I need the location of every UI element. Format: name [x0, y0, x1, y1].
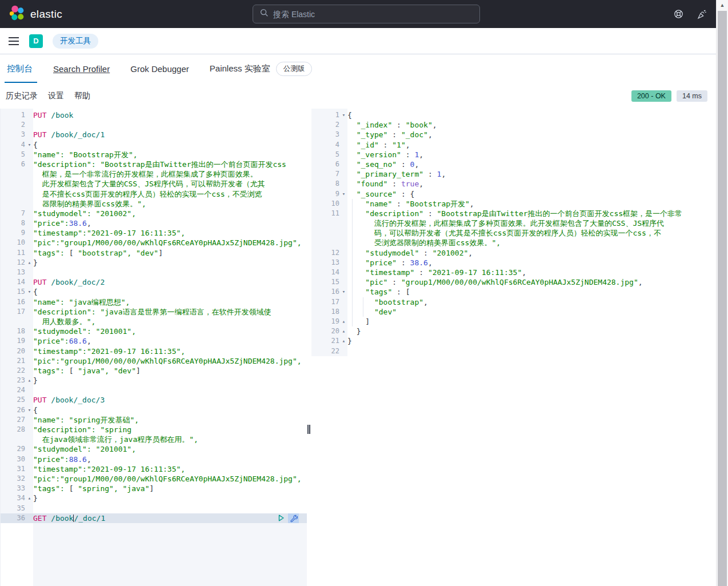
code-row[interactable]: 31"timestamp":"2021-09-17 16:11:35", — [1, 464, 307, 474]
code-row[interactable]: 21"pic":"group1/M00/00/00/wKhlQFs6RCeAY0… — [1, 356, 307, 366]
code-row[interactable]: 6"description": "Bootstrap是由Twitter推出的一个… — [1, 160, 307, 169]
code-line[interactable]: 在java领域非常流行，java程序员都在用。", — [33, 434, 307, 444]
code-row[interactable]: 8"price":38.6, — [1, 218, 307, 228]
code-line[interactable]: "timestamp":"2021-09-17 16:11:35", — [33, 464, 307, 474]
code-line[interactable]: } — [33, 376, 307, 385]
tab-painless-lab[interactable]: Painless 实验室 — [209, 54, 271, 83]
code-row[interactable]: 7"studymodel": "201002", — [1, 209, 307, 218]
code-row[interactable]: 5"name": "Bootstrap开发", — [1, 150, 307, 160]
elastic-logo[interactable]: elastic — [9, 5, 62, 23]
code-row[interactable]: 33"tags": [ "spring", "java"] — [1, 484, 307, 493]
code-line[interactable]: PUT /book/_doc/1 — [33, 130, 307, 139]
code-row[interactable]: 25PUT /book/_doc/3 — [1, 395, 307, 405]
code-row[interactable]: 26▾{ — [1, 405, 307, 415]
response-viewer[interactable]: 1▾{2 "_index" : "book",3 "_type" : "_doc… — [311, 109, 728, 586]
breadcrumb[interactable]: 开发工具 — [53, 34, 98, 49]
fold-toggle-icon[interactable]: ▴ — [26, 376, 33, 385]
code-line[interactable]: "description": "java语言是世界第一编程语言，在软件开发领域使 — [33, 307, 307, 317]
code-line[interactable]: GET /book/_doc/1 — [33, 513, 307, 523]
code-line[interactable]: 用人数最多。", — [33, 317, 307, 326]
page-scrollbar[interactable]: ▲ — [716, 0, 728, 586]
code-line[interactable]: 器限制的精美界面css效果。", — [33, 199, 307, 209]
code-row[interactable]: 此开发框架包含了大量的CSS、JS程序代码，可以帮助开发者（尤其 — [1, 179, 307, 189]
fold-toggle-icon[interactable]: ▴ — [26, 258, 33, 268]
tab-grok-debugger[interactable]: Grok Debugger — [129, 54, 190, 83]
code-line[interactable]: { — [33, 140, 307, 150]
help-button[interactable]: 帮助 — [74, 91, 90, 101]
fold-toggle-icon[interactable]: ▾ — [26, 405, 33, 415]
code-line[interactable]: "name": "spring开发基础", — [33, 415, 307, 425]
code-line[interactable]: 此开发框架包含了大量的CSS、JS程序代码，可以帮助开发者（尤其 — [33, 179, 307, 189]
code-row[interactable]: 用人数最多。", — [1, 317, 307, 326]
code-line[interactable]: "studymodel": "201001", — [33, 326, 307, 336]
code-line[interactable]: "tags": [ "spring", "java"] — [33, 484, 307, 493]
menu-icon[interactable] — [8, 37, 19, 46]
code-line[interactable]: } — [33, 258, 307, 268]
code-row[interactable]: 30"price":88.6, — [1, 455, 307, 464]
code-row[interactable]: 27"name": "spring开发基础", — [1, 415, 307, 425]
request-editor[interactable]: 1PUT /book23PUT /book/_doc/14▾{5"name": … — [0, 109, 307, 586]
code-line[interactable]: "pic":"group1/M00/00/00/wKhlQFs6RCeAY0pH… — [33, 474, 307, 484]
code-line[interactable]: "name": "Bootstrap开发", — [33, 150, 307, 160]
settings-button[interactable]: 设置 — [48, 91, 64, 101]
code-row[interactable]: 17"description": "java语言是世界第一编程语言，在软件开发领… — [1, 307, 307, 317]
code-row[interactable]: 20"timestamp":"2021-09-17 16:11:35", — [1, 346, 307, 356]
code-line[interactable] — [33, 385, 307, 395]
code-row[interactable]: 28"description": "spring — [1, 425, 307, 434]
code-row[interactable]: 1PUT /book — [1, 110, 307, 120]
fold-toggle-icon[interactable]: ▾ — [26, 287, 33, 297]
code-row[interactable]: 10"pic":"group1/M00/00/00/wKhlQFs6RCeAY0… — [1, 238, 307, 248]
code-row[interactable]: 19"price":68.6, — [1, 336, 307, 346]
code-row[interactable]: 12▴} — [1, 258, 307, 268]
code-row[interactable]: 34▴} — [1, 493, 307, 503]
code-row[interactable]: 11"tags": [ "bootstrap", "dev"] — [1, 248, 307, 258]
code-line[interactable]: "price":88.6, — [33, 455, 307, 464]
history-button[interactable]: 历史记录 — [6, 91, 38, 101]
code-line[interactable]: "pic":"group1/M00/00/00/wKhlQFs6RCeAY0pH… — [33, 238, 307, 248]
code-line[interactable]: "description": "spring — [33, 425, 307, 434]
code-line[interactable]: "name": "java编程思想", — [33, 297, 307, 307]
news-icon[interactable] — [697, 9, 707, 19]
code-row[interactable]: 13 — [1, 268, 307, 277]
code-line[interactable]: } — [33, 493, 307, 503]
scrollbar-thumb[interactable] — [718, 11, 727, 586]
code-line[interactable]: "tags": [ "bootstrap", "dev"] — [33, 248, 307, 258]
panel-resizer[interactable] — [307, 109, 311, 586]
space-avatar[interactable]: D — [29, 34, 43, 48]
fold-toggle-icon[interactable]: ▴ — [340, 326, 347, 336]
code-row[interactable]: 3PUT /book/_doc/1 — [1, 130, 307, 139]
code-row[interactable]: 35 — [1, 504, 307, 513]
wrench-button[interactable] — [288, 513, 299, 523]
code-row[interactable]: 框架，是一个非常流行的开发框架，此框架集成了多种页面效果。 — [1, 169, 307, 179]
code-row[interactable]: 4▾{ — [1, 140, 307, 150]
fold-toggle-icon[interactable]: ▴ — [340, 317, 347, 326]
help-icon[interactable] — [674, 9, 683, 19]
fold-toggle-icon[interactable]: ▴ — [26, 493, 33, 503]
code-line[interactable]: PUT /book/_doc/3 — [33, 395, 307, 405]
send-request-button[interactable] — [277, 514, 285, 522]
fold-toggle-icon[interactable]: ▾ — [340, 189, 347, 199]
code-row[interactable]: 18"studymodel": "201001", — [1, 326, 307, 336]
code-line[interactable]: "description": "Bootstrap是由Twitter推出的一个前… — [33, 160, 307, 169]
code-row[interactable]: 9"timestamp":"2021-09-17 16:11:35", — [1, 228, 307, 238]
code-row[interactable]: 14PUT /book/_doc/2 — [1, 277, 307, 287]
code-line[interactable]: "studymodel": "201002", — [33, 209, 307, 218]
fold-toggle-icon[interactable]: ▾ — [26, 140, 33, 150]
code-row[interactable]: 在java领域非常流行，java程序员都在用。", — [1, 434, 307, 444]
code-row[interactable]: 24 — [1, 385, 307, 395]
code-line[interactable]: "studymodel": "201001", — [33, 444, 307, 454]
code-line[interactable]: "tags": [ "java", "dev"] — [33, 366, 307, 376]
code-line[interactable]: "price":38.6, — [33, 218, 307, 228]
fold-toggle-icon[interactable]: ▾ — [340, 287, 347, 297]
code-row[interactable]: 是不擅长css页面开发的程序人员）轻松的实现一个css，不受浏览 — [1, 189, 307, 199]
tab-search-profiler[interactable]: Search Profiler — [52, 54, 111, 83]
code-row[interactable]: 36GET /book/_doc/1 — [1, 513, 307, 523]
code-line[interactable]: 是不擅长css页面开发的程序人员）轻松的实现一个css，不受浏览 — [33, 189, 307, 199]
code-line[interactable]: { — [33, 287, 307, 297]
code-line[interactable]: "pic":"group1/M00/00/00/wKhlQFs6RCeAY0pH… — [33, 356, 307, 366]
code-line[interactable]: "timestamp":"2021-09-17 16:11:35", — [33, 346, 307, 356]
code-line[interactable]: PUT /book — [33, 110, 307, 120]
code-row[interactable]: 22"tags": [ "java", "dev"] — [1, 366, 307, 376]
code-line[interactable]: PUT /book/_doc/2 — [33, 277, 307, 287]
code-row[interactable]: 15▾{ — [1, 287, 307, 297]
